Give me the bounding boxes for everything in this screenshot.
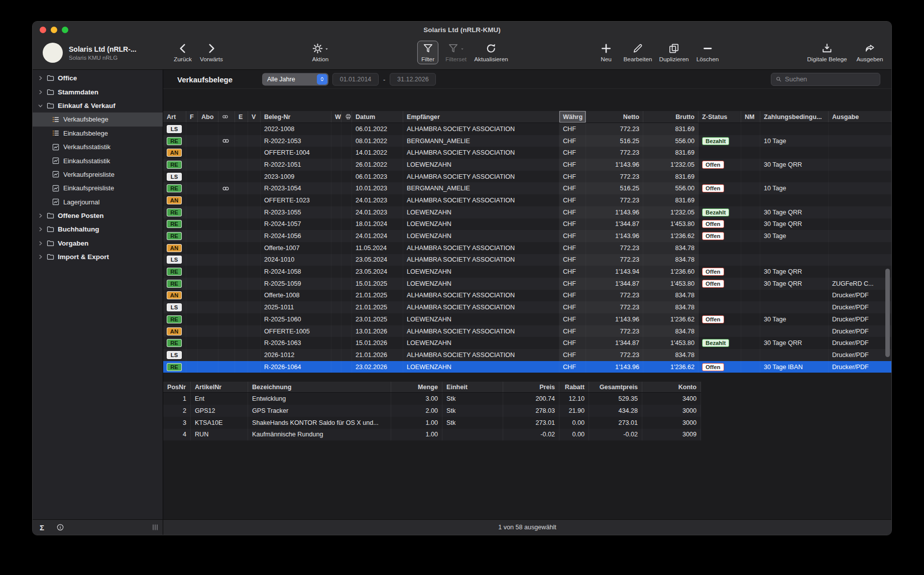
table-row[interactable]: ANOFFERTE-100513.01.2026ALHAMBRA SOCIETY… xyxy=(163,325,891,337)
table-row[interactable]: LS2024-101023.05.2024ALHAMBRA SOCIETY AS… xyxy=(163,254,891,266)
chevron-right-icon[interactable] xyxy=(37,75,44,81)
chevron-down-icon[interactable] xyxy=(37,103,44,108)
table-row[interactable]: RER-2025-105915.01.2025LOEWENZAHNCHF1'34… xyxy=(163,278,891,290)
table-row[interactable]: ANOfferte-100711.05.2024ALHAMBRA SOCIETY… xyxy=(163,242,891,254)
column-header-art[interactable]: Art xyxy=(163,111,186,123)
minimize-button[interactable] xyxy=(51,27,57,33)
date-to-field[interactable] xyxy=(390,73,436,85)
sidebar-item-einkaufsbelege[interactable]: Einkaufsbelege xyxy=(33,127,163,140)
line-items-column-header-gesamtpreis[interactable]: Gesamtpreis xyxy=(589,382,642,392)
column-header-beleg-nr[interactable]: Beleg-Nr xyxy=(261,111,331,123)
toolbar-button-ausgeben[interactable]: Ausgeben xyxy=(856,42,883,63)
table-row[interactable]: ANOFFERTE-100414.01.2022ALHAMBRA SOCIETY… xyxy=(163,147,891,159)
table-row[interactable]: RER-2024-105624.01.2024LOEWENZAHNCHF1'14… xyxy=(163,230,891,242)
table-row[interactable]: RER-2022-105126.01.2022LOEWENZAHNCHF1'14… xyxy=(163,159,891,171)
column-header-waehrg[interactable]: Währg xyxy=(559,111,586,123)
sidebar-item-einkaufspreisliste[interactable]: Einkaufspreisliste xyxy=(33,181,163,195)
close-button[interactable] xyxy=(40,27,46,33)
line-item-row[interactable]: 2GPS12GPS Tracker2.00Stk278.0321.90434.2… xyxy=(163,405,701,417)
table-row[interactable]: RER-2023-105410.01.2023BERGMANN_AMELIECH… xyxy=(163,182,891,194)
table-row[interactable]: LS2026-101221.01.2026ALHAMBRA SOCIETY AS… xyxy=(163,349,891,361)
line-items-column-header-preis[interactable]: Preis xyxy=(503,382,559,392)
column-header-abo[interactable]: Abo xyxy=(198,111,218,123)
line-items-column-header-posnr[interactable]: PosNr xyxy=(163,382,191,392)
toolbar-button-bearbeiten[interactable]: Bearbeiten xyxy=(623,42,652,63)
toolbar-button-loeschen[interactable]: Löschen xyxy=(697,42,719,63)
table-row[interactable]: ANOfferte-100821.01.2025ALHAMBRA SOCIETY… xyxy=(163,290,891,302)
toolbar-button-aktion[interactable]: Aktion xyxy=(312,42,329,63)
sidebar-item-verkaufspreisliste[interactable]: Verkaufspreisliste xyxy=(33,168,163,181)
sum-button[interactable]: Σ xyxy=(40,523,44,532)
sidebar-item-vorgaben[interactable]: Vorgaben xyxy=(33,237,163,250)
column-header-brutto[interactable]: Brutto xyxy=(643,111,699,123)
search-field[interactable] xyxy=(771,73,880,86)
table-row[interactable]: RER-2024-105718.01.2024LOEWENZAHNCHF1'34… xyxy=(163,218,891,231)
column-header-z-status[interactable]: Z-Status xyxy=(699,111,741,123)
table-row[interactable]: RER-2023-105524.01.2023LOEWENZAHNCHF1'14… xyxy=(163,206,891,218)
date-from-field[interactable] xyxy=(332,73,379,85)
column-header-e[interactable]: E xyxy=(235,111,248,123)
column-header-netto[interactable]: Netto xyxy=(586,111,643,123)
sidebar-item-einkauf-verkauf[interactable]: Einkauf & Verkauf xyxy=(33,99,163,112)
toolbar-button-zurueck[interactable]: Zurück xyxy=(174,42,192,63)
table-row[interactable]: LS2025-101121.01.2025ALHAMBRA SOCIETY AS… xyxy=(163,301,891,313)
cell-art: RE xyxy=(163,337,186,349)
line-items-column-header-rabatt[interactable]: Rabatt xyxy=(559,382,589,392)
table-row[interactable]: ANOFFERTE-102324.01.2023ALHAMBRA SOCIETY… xyxy=(163,194,891,206)
sidebar-resize-grip[interactable] xyxy=(153,525,158,530)
sidebar-item-import-export[interactable]: Import & Export xyxy=(33,250,163,264)
info-button[interactable] xyxy=(56,523,64,531)
table-row[interactable]: RER-2022-105308.01.2022BERGMANN_AMELIECH… xyxy=(163,135,891,147)
column-header-datum[interactable]: Datum xyxy=(352,111,403,123)
toolbar-button-filter[interactable]: Filter xyxy=(417,41,438,64)
search-input[interactable] xyxy=(785,75,876,83)
year-filter-dropdown[interactable]: Alle Jahre xyxy=(262,73,328,85)
column-header-f[interactable]: F xyxy=(186,111,198,123)
zoom-button[interactable] xyxy=(62,27,68,33)
chevron-right-icon[interactable] xyxy=(37,226,44,232)
table-row[interactable]: RER-2025-106023.01.2025LOEWENZAHNCHF1'14… xyxy=(163,313,891,325)
cell-netto: 1'344.87 xyxy=(586,278,643,290)
table-row[interactable]: LS2023-100906.01.2023ALHAMBRA SOCIETY AS… xyxy=(163,171,891,183)
line-items-column-header-bezeichnung[interactable]: Bezeichnung xyxy=(248,382,391,392)
company-avatar xyxy=(43,43,63,63)
column-header-empfaenger[interactable]: Empfänger xyxy=(403,111,559,123)
toolbar-button-neu[interactable]: Neu xyxy=(601,42,612,63)
chevron-right-icon[interactable] xyxy=(37,89,44,95)
table-row[interactable]: RER-2026-106423.02.2026LOEWENZAHNCHF1'14… xyxy=(163,361,891,373)
toolbar-button-duplizieren[interactable]: Duplizieren xyxy=(659,42,688,63)
line-items-column-header-einheit[interactable]: Einheit xyxy=(442,382,503,392)
sidebar-item-lagerjournal[interactable]: Lagerjournal xyxy=(33,195,163,209)
toolbar-button-digitale-belege[interactable]: Digitale Belege xyxy=(807,42,847,63)
column-header-zahlungsbedingu[interactable]: Zahlungsbedingu... xyxy=(760,111,829,123)
table-row[interactable]: RER-2026-106315.01.2026LOEWENZAHNCHF1'34… xyxy=(163,337,891,349)
chevron-right-icon[interactable] xyxy=(37,241,44,246)
column-header-w[interactable]: W xyxy=(331,111,341,123)
sidebar-item-einkaufsstatistik[interactable]: Einkaufsstatistik xyxy=(33,154,163,167)
line-items-column-header-konto[interactable]: Konto xyxy=(642,382,701,392)
column-header-ausgabe[interactable]: Ausgabe xyxy=(829,111,891,123)
chevron-right-icon[interactable] xyxy=(37,213,44,218)
line-items-column-header-artikelnr[interactable]: ArtikelNr xyxy=(191,382,248,392)
table-row[interactable]: LS2022-100806.01.2022ALHAMBRA SOCIETY AS… xyxy=(163,123,891,135)
sidebar-item-stammdaten[interactable]: Stammdaten xyxy=(33,85,163,98)
sidebar-item-buchhaltung[interactable]: Buchhaltung xyxy=(33,222,163,236)
column-header-link-icon[interactable] xyxy=(218,111,235,123)
sidebar-item-verkaufsbelege[interactable]: Verkaufsbelege xyxy=(33,112,163,126)
chevron-right-icon[interactable] xyxy=(37,254,44,260)
line-items-column-header-menge[interactable]: Menge xyxy=(391,382,442,392)
column-header-v[interactable]: V xyxy=(248,111,261,123)
sidebar-item-office[interactable]: Office xyxy=(33,71,163,85)
vertical-scrollbar[interactable] xyxy=(885,269,890,357)
table-row[interactable]: RER-2024-105823.05.2024LOEWENZAHNCHF1'14… xyxy=(163,266,891,278)
toolbar-button-aktualisieren[interactable]: Aktualisieren xyxy=(474,42,508,63)
column-header-nm[interactable]: NM xyxy=(741,111,760,123)
cell-abo xyxy=(198,194,218,206)
line-item-row[interactable]: 4RUNKaufmännische Rundung1.00-0.020.00-0… xyxy=(163,429,701,441)
sidebar-item-verkaufsstatistik[interactable]: Verkaufsstatistik xyxy=(33,140,163,154)
toolbar-button-vorwaerts[interactable]: Vorwärts xyxy=(200,42,223,63)
line-item-row[interactable]: 3KTSA10EShakeHands KONTOR Saldo für OS X… xyxy=(163,417,701,429)
line-item-row[interactable]: 1EntEntwicklung3.00Stk200.7412.10529.353… xyxy=(163,393,701,405)
sidebar-item-offene-posten[interactable]: Offene Posten xyxy=(33,209,163,222)
column-header-printer-icon[interactable] xyxy=(341,111,352,123)
